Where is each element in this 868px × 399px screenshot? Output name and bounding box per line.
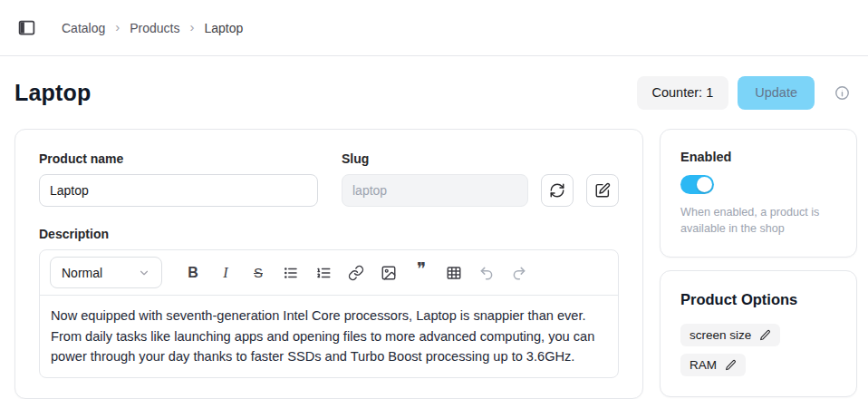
chevron-down-icon: [138, 267, 150, 279]
page-title: Laptop: [14, 80, 92, 106]
edit-slug-button[interactable]: [586, 174, 619, 207]
image-button[interactable]: [372, 258, 405, 288]
breadcrumb-separator-icon: ›: [115, 20, 120, 35]
top-bar: Catalog › Products › Laptop: [0, 0, 868, 56]
rich-text-editor: Normal B I S: [39, 249, 619, 378]
option-chip-ram[interactable]: RAM: [680, 354, 746, 376]
description-label: Description: [39, 227, 619, 241]
page-header: Laptop Counter: 1 Update: [0, 75, 868, 110]
blockquote-button[interactable]: ❞: [405, 258, 438, 288]
counter-button[interactable]: Counter: 1: [637, 76, 729, 110]
table-icon: [446, 265, 462, 281]
breadcrumb-catalog[interactable]: Catalog: [62, 21, 105, 35]
product-name-field-group: Product name: [39, 151, 318, 207]
enabled-label: Enabled: [680, 150, 836, 164]
link-icon: [348, 265, 364, 281]
page-actions: Counter: 1 Update: [637, 76, 854, 110]
ordered-list-button[interactable]: [307, 258, 340, 288]
enabled-toggle[interactable]: [680, 175, 714, 194]
main-content: Product name Slug: [0, 129, 868, 399]
slug-label: Slug: [342, 151, 619, 166]
breadcrumb-current: Laptop: [205, 21, 244, 35]
breadcrumb-separator-icon: ›: [190, 20, 195, 35]
sidebar-toggle-button[interactable]: [14, 16, 38, 40]
product-options-card: Product Options screen size RAM: [660, 270, 857, 397]
strikethrough-icon: S: [254, 265, 263, 280]
enabled-help-text: When enabled, a product is available in …: [680, 205, 836, 237]
editor-toolbar: Normal B I S: [40, 250, 618, 296]
enabled-card: Enabled When enabled, a product is avail…: [660, 129, 857, 258]
slug-field-group: Slug: [342, 151, 619, 207]
option-label: screen size: [690, 328, 751, 342]
slug-input[interactable]: [342, 174, 528, 207]
refresh-icon: [549, 182, 565, 199]
update-button[interactable]: Update: [738, 76, 815, 110]
pencil-icon: [725, 359, 737, 371]
link-button[interactable]: [340, 258, 372, 288]
product-options-title: Product Options: [680, 291, 836, 308]
bullet-list-button[interactable]: [275, 258, 307, 288]
option-label: RAM: [690, 358, 717, 372]
bullet-list-icon: [283, 265, 299, 281]
table-button[interactable]: [438, 258, 470, 288]
info-icon: [834, 85, 850, 101]
breadcrumb-products[interactable]: Products: [130, 21, 179, 35]
option-chip-screen-size[interactable]: screen size: [680, 324, 780, 346]
product-name-label: Product name: [39, 151, 318, 166]
italic-icon: I: [223, 265, 227, 281]
undo-button[interactable]: [470, 258, 503, 288]
undo-icon: [478, 265, 495, 281]
italic-button[interactable]: I: [209, 258, 242, 288]
info-button[interactable]: [830, 81, 854, 104]
breadcrumb: Catalog › Products › Laptop: [62, 20, 243, 35]
regenerate-slug-button[interactable]: [541, 174, 574, 207]
strikethrough-button[interactable]: S: [242, 258, 275, 288]
redo-button[interactable]: [503, 258, 535, 288]
pencil-icon: [759, 329, 771, 341]
product-name-input[interactable]: [39, 174, 318, 207]
paragraph-style-value: Normal: [62, 266, 102, 280]
panel-left-icon: [17, 18, 36, 37]
image-icon: [381, 265, 397, 281]
bold-icon: B: [188, 265, 198, 281]
toggle-knob-icon: [697, 177, 712, 192]
description-editor-content[interactable]: Now equipped with seventh-generation Int…: [40, 296, 618, 377]
redo-icon: [511, 265, 527, 281]
bold-button[interactable]: B: [177, 258, 209, 288]
side-panel: Enabled When enabled, a product is avail…: [660, 129, 857, 399]
edit-pencil-square-icon: [594, 182, 611, 199]
quote-icon: ❞: [417, 269, 426, 277]
product-form-card: Product name Slug: [14, 129, 643, 399]
ordered-list-icon: [315, 265, 332, 281]
paragraph-style-select[interactable]: Normal: [50, 257, 162, 288]
